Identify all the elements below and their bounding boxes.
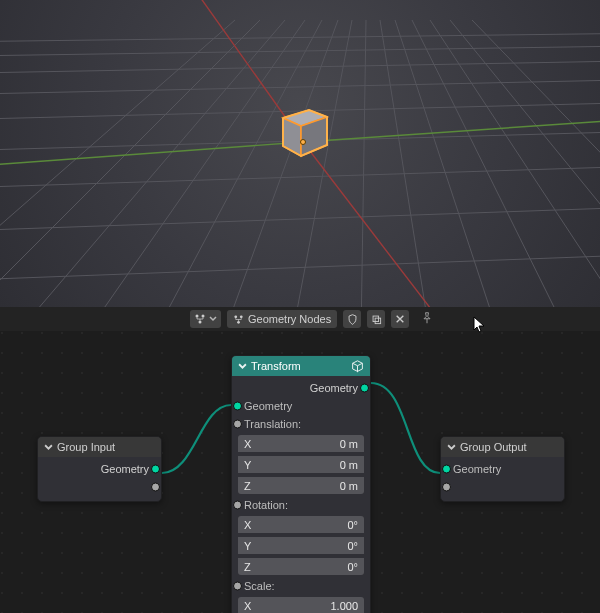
app-root: Geometry Nodes xyxy=(0,0,600,613)
socket-label: Geometry xyxy=(244,400,292,412)
socket-dot[interactable] xyxy=(442,465,451,474)
field-axis-label: Z xyxy=(244,561,251,573)
svg-rect-33 xyxy=(375,318,381,324)
field-axis-label: X xyxy=(244,600,251,612)
input-socket-geometry[interactable]: Geometry xyxy=(447,461,558,477)
node-title-label: Group Output xyxy=(460,441,527,453)
input-socket-geometry[interactable]: Geometry xyxy=(238,398,364,414)
chevron-down-icon xyxy=(238,362,247,371)
svg-line-17 xyxy=(0,74,600,100)
chevron-down-icon xyxy=(209,315,217,323)
svg-point-30 xyxy=(240,315,243,318)
geometry-icon xyxy=(351,360,364,373)
pin-button[interactable] xyxy=(421,312,433,326)
translation-y-field[interactable]: Y 0 m xyxy=(238,456,364,473)
node-title-bar[interactable]: Transform xyxy=(232,356,370,376)
socket-label: Geometry xyxy=(101,463,149,475)
svg-point-27 xyxy=(202,315,205,318)
axis-y-right xyxy=(303,118,600,142)
input-socket-scale[interactable]: Scale: xyxy=(238,578,364,594)
output-socket-geometry[interactable]: Geometry xyxy=(238,380,364,396)
field-axis-label: X xyxy=(244,438,251,450)
svg-point-26 xyxy=(196,315,199,318)
svg-line-15 xyxy=(0,42,600,60)
translation-x-field[interactable]: X 0 m xyxy=(238,435,364,452)
cube-object[interactable] xyxy=(272,100,336,164)
node-group-output[interactable]: Group Output Geometry xyxy=(440,436,565,502)
node-title-label: Group Input xyxy=(57,441,115,453)
socket-label: Geometry xyxy=(453,463,501,475)
socket-dot[interactable] xyxy=(233,402,242,411)
field-value: 0 m xyxy=(340,480,358,492)
pin-icon xyxy=(421,312,433,324)
section-label: Rotation: xyxy=(244,499,288,511)
output-socket-geometry[interactable]: Geometry xyxy=(44,461,155,477)
socket-dot[interactable] xyxy=(233,420,242,429)
svg-point-29 xyxy=(234,315,237,318)
editor-header: Geometry Nodes xyxy=(0,307,600,331)
svg-line-7 xyxy=(360,20,366,307)
socket-dot[interactable] xyxy=(442,483,451,492)
svg-line-3 xyxy=(40,20,305,307)
field-value: 0° xyxy=(347,519,358,531)
socket-dot[interactable] xyxy=(233,501,242,510)
shield-icon xyxy=(347,314,358,325)
node-tree-icon xyxy=(194,313,206,325)
field-value: 1.000 xyxy=(330,600,358,612)
axis-x-front xyxy=(303,142,470,307)
field-value: 0° xyxy=(347,540,358,552)
section-label: Scale: xyxy=(244,580,275,592)
close-icon xyxy=(395,314,405,324)
fake-user-button[interactable] xyxy=(343,310,361,328)
node-title-bar[interactable]: Group Input xyxy=(38,437,161,457)
chevron-down-icon xyxy=(447,443,456,452)
socket-label: Geometry xyxy=(310,382,358,394)
input-socket-rotation[interactable]: Rotation: xyxy=(238,497,364,513)
editor-canvas[interactable]: Group Input Geometry Transform xyxy=(0,331,600,613)
svg-rect-32 xyxy=(373,316,379,322)
node-transform[interactable]: Transform Geometry Geometry xyxy=(231,355,371,613)
svg-line-2 xyxy=(0,20,285,307)
field-axis-label: X xyxy=(244,519,251,531)
duplicate-icon xyxy=(371,314,382,325)
translation-z-field[interactable]: Z 0 m xyxy=(238,477,364,494)
field-axis-label: Y xyxy=(244,540,251,552)
input-socket-translation[interactable]: Translation: xyxy=(238,416,364,432)
svg-line-14 xyxy=(0,30,600,45)
field-value: 0° xyxy=(347,561,358,573)
svg-line-22 xyxy=(0,245,600,290)
socket-dot[interactable] xyxy=(233,582,242,591)
node-title-label: Transform xyxy=(251,360,301,372)
viewport-3d[interactable] xyxy=(0,0,600,307)
duplicate-button[interactable] xyxy=(367,310,385,328)
nodegroup-name-label: Geometry Nodes xyxy=(248,313,331,325)
svg-point-31 xyxy=(237,320,240,323)
axis-y-left xyxy=(0,142,303,168)
socket-dot[interactable] xyxy=(360,384,369,393)
node-title-bar[interactable]: Group Output xyxy=(441,437,564,457)
unlink-button[interactable] xyxy=(391,310,409,328)
svg-line-0 xyxy=(0,20,235,307)
nodegroup-name-field[interactable]: Geometry Nodes xyxy=(227,310,337,328)
node-tree-icon xyxy=(233,314,244,325)
field-axis-label: Y xyxy=(244,459,251,471)
field-axis-label: Z xyxy=(244,480,251,492)
scale-x-field[interactable]: X 1.000 xyxy=(238,597,364,613)
svg-line-1 xyxy=(0,20,260,307)
node-editor[interactable]: Geometry Nodes xyxy=(0,307,600,613)
section-label: Translation: xyxy=(244,418,301,430)
socket-dot[interactable] xyxy=(151,465,160,474)
input-socket-virtual[interactable] xyxy=(447,479,558,495)
output-socket-virtual[interactable] xyxy=(44,479,155,495)
editor-type-selector[interactable] xyxy=(190,310,221,328)
rotation-y-field[interactable]: Y 0° xyxy=(238,537,364,554)
chevron-down-icon xyxy=(44,443,53,452)
field-value: 0 m xyxy=(340,459,358,471)
rotation-z-field[interactable]: Z 0° xyxy=(238,558,364,575)
socket-dot[interactable] xyxy=(151,483,160,492)
node-group-input[interactable]: Group Input Geometry xyxy=(37,436,162,502)
object-origin xyxy=(300,139,306,145)
rotation-x-field[interactable]: X 0° xyxy=(238,516,364,533)
field-value: 0 m xyxy=(340,438,358,450)
svg-point-28 xyxy=(199,321,202,324)
